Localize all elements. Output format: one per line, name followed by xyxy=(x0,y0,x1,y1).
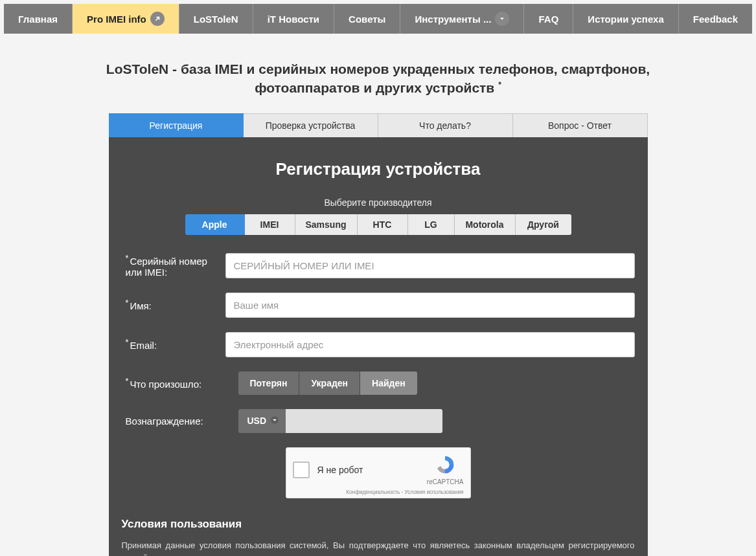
mfg-lg[interactable]: LG xyxy=(408,214,455,235)
page-title: LoSToleN - база IMEI и серийных номеров … xyxy=(87,60,670,98)
incident-stolen[interactable]: Украден xyxy=(299,372,360,395)
terms-text: Принимая данные условия пользования сист… xyxy=(122,540,635,556)
panel-tabs: Регистрация Проверка устройства Что дела… xyxy=(109,113,648,137)
mfg-imei[interactable]: IMEI xyxy=(245,214,295,235)
recaptcha-icon xyxy=(427,454,464,477)
panel-title: Регистрация устройства xyxy=(122,159,635,179)
recaptcha-widget: Я не робот reCAPTCHA Конфиденциальность … xyxy=(286,447,471,498)
label-incident: *Что произошло: xyxy=(122,377,238,390)
tab-register[interactable]: Регистрация xyxy=(109,113,244,137)
label-reward: Вознаграждение: xyxy=(122,416,238,427)
label-email: *Email: xyxy=(122,338,225,351)
footnote-icon: * xyxy=(498,80,501,89)
external-link-icon xyxy=(150,12,165,26)
nav-item-success[interactable]: Истории успеха xyxy=(573,4,678,34)
nav-item-tools[interactable]: Инструменты ... xyxy=(400,4,524,34)
nav-item-pro-imei[interactable]: Pro IMEI info xyxy=(73,4,179,34)
tab-check[interactable]: Проверка устройства xyxy=(244,113,378,137)
incident-found[interactable]: Найден xyxy=(360,372,417,395)
mfg-other[interactable]: Другой xyxy=(516,214,571,235)
mfg-samsung[interactable]: Samsung xyxy=(295,214,358,235)
mfg-motorola[interactable]: Motorola xyxy=(455,214,516,235)
manufacturer-selector: Apple IMEI Samsung HTC LG Motorola Друго… xyxy=(122,214,635,235)
recaptcha-checkbox[interactable] xyxy=(293,461,310,478)
label-name: *Имя: xyxy=(122,298,225,311)
nav-item-tips[interactable]: Советы xyxy=(334,4,400,34)
chevron-down-icon xyxy=(495,12,509,26)
email-input[interactable] xyxy=(225,332,635,357)
chevron-down-icon xyxy=(270,416,279,427)
recaptcha-footer: Конфиденциальность - Условия использован… xyxy=(293,489,464,495)
mfg-apple[interactable]: Apple xyxy=(185,214,245,235)
serial-input[interactable] xyxy=(225,253,635,278)
nav-item-feedback[interactable]: Feedback xyxy=(679,4,752,34)
recaptcha-brand: reCAPTCHA xyxy=(427,478,464,485)
currency-select[interactable]: USD xyxy=(238,409,286,433)
terms-heading: Условия пользования xyxy=(122,518,635,531)
nav-item-home[interactable]: Главная xyxy=(4,4,73,34)
nav-item-it-news[interactable]: iT Новости xyxy=(253,4,334,34)
nav-item-faq[interactable]: FAQ xyxy=(524,4,573,34)
tab-what-to-do[interactable]: Что делать? xyxy=(378,113,513,137)
recaptcha-label: Я не робот xyxy=(317,465,363,475)
nav-item-lostolen[interactable]: LoSToleN xyxy=(179,4,253,34)
tab-qa[interactable]: Вопрос - Ответ xyxy=(513,113,648,137)
register-panel: Регистрация устройства Выберите производ… xyxy=(109,137,648,556)
reward-input[interactable] xyxy=(286,409,442,433)
top-nav: Главная Pro IMEI info LoSToleN iT Новост… xyxy=(4,4,752,34)
label-serial: *Серийный номер или IMEI: xyxy=(122,254,225,278)
name-input[interactable] xyxy=(225,293,635,318)
incident-lost[interactable]: Потерян xyxy=(238,372,299,395)
mfg-htc[interactable]: HTC xyxy=(358,214,408,235)
manufacturer-label: Выберите производителя xyxy=(122,197,635,208)
